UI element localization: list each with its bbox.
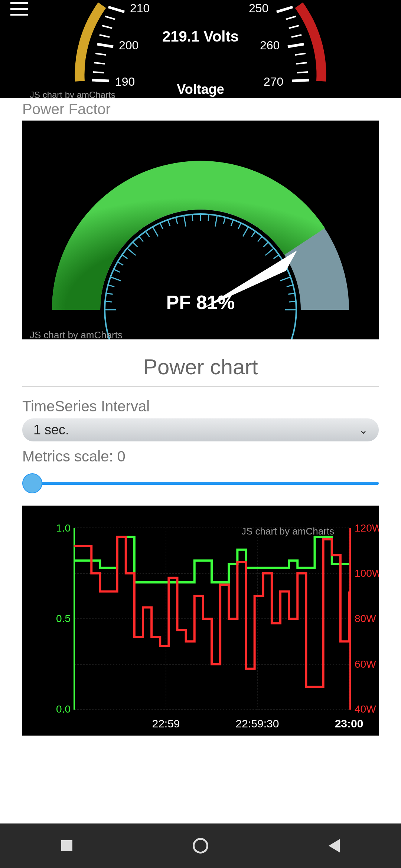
svg-line-38 — [122, 255, 128, 259]
svg-text:80W: 80W — [355, 613, 376, 624]
svg-line-50 — [208, 214, 209, 221]
svg-line-29 — [292, 80, 309, 81]
svg-text:120W: 120W — [355, 522, 379, 534]
svg-line-55 — [243, 227, 248, 237]
svg-line-51 — [215, 216, 217, 227]
power-chart-heading: Power chart — [22, 339, 379, 387]
volt-tick-210: 210 — [130, 1, 150, 15]
volt-tick-260: 260 — [260, 39, 280, 52]
svg-line-58 — [264, 242, 268, 247]
voltage-axis-label: Voltage — [177, 82, 224, 97]
svg-line-25 — [296, 63, 307, 64]
svg-text:23:00: 23:00 — [335, 717, 363, 730]
svg-line-41 — [139, 236, 143, 241]
svg-line-47 — [184, 216, 186, 227]
svg-line-15 — [93, 72, 104, 73]
svg-line-43 — [153, 227, 158, 237]
pf-value: PF 81% — [166, 291, 235, 313]
volt-tick-250: 250 — [249, 1, 268, 15]
svg-line-46 — [176, 217, 177, 224]
svg-line-59 — [265, 248, 274, 255]
voltage-chart-credit: JS chart by amCharts — [30, 90, 115, 98]
interval-value: 1 sec. — [33, 422, 69, 438]
svg-line-10 — [102, 26, 112, 28]
svg-text:0.5: 0.5 — [56, 613, 71, 624]
voltage-gauge: 210 200 190 250 260 270 219.1 Volts Volt… — [0, 0, 401, 98]
svg-text:1.0: 1.0 — [56, 522, 71, 534]
home-button[interactable] — [192, 837, 209, 855]
svg-line-63 — [280, 277, 290, 281]
svg-line-21 — [289, 26, 299, 28]
interval-label: TimeSeries Interval — [22, 398, 379, 415]
back-button[interactable] — [325, 837, 343, 855]
volt-tick-270: 270 — [264, 75, 283, 89]
svg-line-26 — [297, 72, 308, 73]
svg-text:100W: 100W — [355, 568, 379, 579]
svg-line-65 — [288, 293, 295, 294]
menu-button[interactable] — [10, 2, 28, 16]
svg-line-28 — [288, 44, 304, 47]
svg-line-34 — [108, 285, 114, 287]
voltage-value: 219.1 Volts — [162, 28, 239, 45]
svg-line-14 — [94, 63, 105, 64]
svg-line-18 — [92, 80, 109, 81]
svg-line-44 — [160, 223, 163, 229]
svg-line-32 — [105, 302, 112, 302]
svg-text:40W: 40W — [355, 703, 376, 715]
power-factor-title: Power Factor — [0, 98, 401, 121]
svg-line-17 — [97, 44, 113, 47]
svg-line-9 — [105, 16, 115, 19]
svg-line-40 — [133, 242, 138, 247]
svg-line-66 — [289, 302, 296, 302]
power-factor-gauge: PF 81% JS chart by amCharts — [22, 121, 379, 339]
svg-line-57 — [258, 236, 262, 241]
svg-line-16 — [108, 7, 124, 12]
svg-text:22:59:30: 22:59:30 — [236, 717, 279, 730]
svg-line-27 — [277, 7, 293, 12]
svg-line-42 — [146, 231, 149, 237]
slider-thumb[interactable] — [22, 473, 42, 493]
svg-line-52 — [224, 217, 225, 224]
volt-tick-200: 200 — [119, 39, 138, 52]
svg-line-35 — [111, 277, 121, 281]
svg-line-33 — [106, 293, 113, 294]
svg-line-20 — [286, 16, 296, 19]
svg-text:60W: 60W — [355, 658, 376, 670]
svg-text:0.0: 0.0 — [56, 703, 71, 715]
svg-line-22 — [291, 35, 301, 37]
metrics-scale-label: Metrics scale: 0 — [22, 448, 379, 465]
ts-chart-credit: JS chart by amCharts — [241, 526, 334, 537]
metrics-scale-slider[interactable] — [22, 476, 379, 491]
volt-tick-190: 190 — [115, 75, 135, 89]
svg-line-24 — [295, 53, 306, 55]
svg-line-11 — [100, 35, 110, 37]
svg-line-56 — [252, 231, 255, 237]
svg-line-36 — [114, 269, 120, 272]
svg-line-53 — [231, 220, 233, 226]
svg-line-37 — [118, 262, 124, 265]
svg-line-45 — [168, 220, 170, 226]
svg-line-48 — [192, 214, 193, 221]
svg-line-60 — [274, 255, 279, 259]
interval-select[interactable]: 1 sec. ⌄ — [22, 418, 379, 441]
power-timeseries-chart: 1.0 0.5 0.0 120W 100W 80W 60W 40W 22:59 … — [22, 506, 379, 736]
svg-line-13 — [95, 53, 106, 55]
svg-line-54 — [238, 223, 241, 229]
svg-text:22:59: 22:59 — [152, 717, 180, 730]
system-nav-bar — [0, 823, 401, 868]
pf-chart-credit: JS chart by amCharts — [30, 329, 123, 339]
chevron-down-icon: ⌄ — [359, 424, 368, 436]
svg-line-39 — [127, 248, 136, 255]
recents-button[interactable] — [58, 837, 76, 855]
svg-line-64 — [287, 285, 293, 287]
